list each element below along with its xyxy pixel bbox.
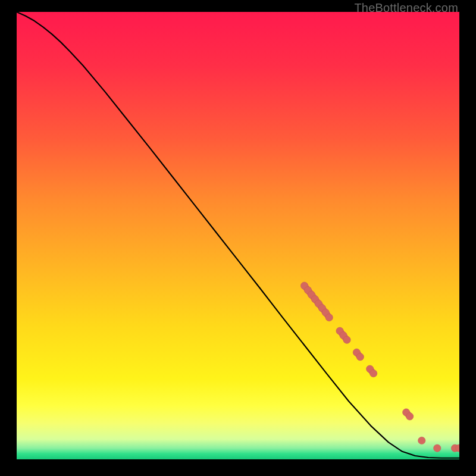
marker-dot bbox=[325, 314, 333, 321]
marker-dot bbox=[418, 437, 425, 444]
chart-svg bbox=[17, 12, 459, 459]
marker-dot bbox=[369, 369, 377, 377]
marker-dot bbox=[434, 444, 441, 452]
marker-dot bbox=[343, 336, 350, 343]
marker-dot bbox=[356, 353, 364, 361]
marker-dot bbox=[406, 413, 413, 420]
chart-background bbox=[17, 12, 459, 459]
chart-frame bbox=[17, 12, 459, 459]
